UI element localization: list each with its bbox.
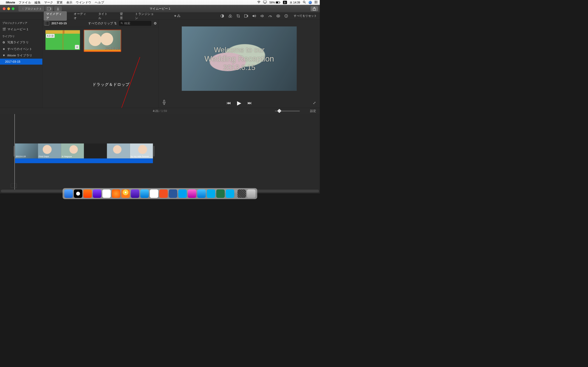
dock-app-icon[interactable] [207,190,215,198]
dock-skype-icon[interactable] [226,190,234,198]
empty-clip-slot[interactable] [11,184,17,188]
dock-app-icon[interactable] [83,190,92,198]
window-zoom-button[interactable] [12,7,15,10]
preview-canvas[interactable]: Welcome to our Wedding Reception 2013.6.… [159,19,320,98]
battery-status[interactable]: 58% [269,1,280,4]
dock-powerpoint-icon[interactable] [159,190,168,198]
sidebar-item-all-events[interactable]: ★ すべてのイベント [0,46,42,52]
svg-rect-34 [164,100,165,102]
tab-audio[interactable]: オーディオ [71,11,91,21]
tab-my-media[interactable]: マイメディア [44,11,67,21]
clip-edge-handle-right[interactable] [153,146,154,156]
timeline-zoom-slider[interactable] [275,110,300,111]
window-close-button[interactable] [3,7,6,10]
reset-all-button[interactable]: すべてをリセット [294,14,317,18]
play-button[interactable]: ▶ [237,100,241,106]
svg-text:♪: ♪ [48,8,49,10]
dock-calendar-icon[interactable] [102,190,111,198]
dock-appstore-icon[interactable] [197,190,206,198]
video-clip-thumbnail[interactable]: 2012.8.21 [84,30,121,52]
clip-edge-handle-left[interactable] [14,146,15,156]
dock-itunes-icon[interactable] [188,190,196,198]
dock-imovie-icon[interactable] [131,190,139,198]
clip-filter-dropdown[interactable]: すべてのクリップ ⇅ [88,21,117,25]
audio-track[interactable] [15,158,153,163]
timeline-settings-button[interactable]: 設定 [310,109,316,113]
svg-point-12 [315,3,315,3]
speed-icon[interactable] [268,14,272,18]
media-import-button[interactable]: ♪ [45,6,53,11]
prev-button[interactable]: ⏮ [227,100,231,105]
stabilization-icon[interactable] [244,14,248,18]
import-download-button[interactable] [54,6,62,11]
timeline-clip[interactable]: by my side forever [130,143,153,158]
timeline-clip[interactable]: First Days [38,143,61,158]
dock-app-icon[interactable] [93,190,101,198]
voiceover-mic-button[interactable] [162,100,166,106]
menu-mark[interactable]: マーク [44,0,53,4]
video-track[interactable]: 2013.6.15 First Days in Nagoya by my sid… [15,143,153,158]
browser-canvas[interactable]: 4.3 分 + 2012.8.21 ドラッグ＆ドロップ [43,27,158,108]
timeline-clip[interactable]: 2013.6.15 [15,143,38,158]
search-icon [121,22,123,25]
share-button[interactable] [311,6,318,11]
dock-downloads-icon[interactable] [237,190,246,198]
tab-backgrounds[interactable]: 背景 [117,11,128,21]
dock-safari-icon[interactable] [140,190,149,198]
dock-chrome-icon[interactable] [150,190,158,198]
menu-help[interactable]: ヘルプ [95,0,104,4]
sidebar-item-photo-library[interactable]: ✿ 写真ライブラリ [0,39,42,46]
dock-vlc-icon[interactable] [121,190,130,198]
back-to-projects-button[interactable]: 〈 プロジェクト [18,6,44,11]
color-balance-icon[interactable] [220,14,224,18]
dock-app-icon[interactable] [112,190,120,198]
info-icon[interactable] [284,14,288,18]
notification-center-icon[interactable] [315,1,318,4]
siri-icon[interactable] [309,1,312,4]
search-field[interactable]: 検索 [119,21,151,26]
project-clip-thumbnail[interactable]: 4.3 分 + [45,30,80,50]
tab-titles[interactable]: タイトル [96,11,113,21]
enhance-wand-button[interactable]: ✦⁂ [174,14,181,18]
app-menu[interactable]: iMovie [6,1,15,4]
clip-filter-icon[interactable] [276,14,280,18]
dock-finder-icon[interactable] [64,190,73,198]
sidebar-item-project[interactable]: 🎬 マイムービー 1 [0,26,42,33]
menu-modify[interactable]: 変更 [57,0,63,4]
fullscreen-button[interactable]: ⤢ [313,101,316,105]
dock-app-icon[interactable] [178,190,187,198]
menu-window[interactable]: ウインドウ [76,0,91,4]
dock-word-icon[interactable] [169,190,177,198]
next-button[interactable]: ⏭ [248,100,252,105]
sidebar-item-label: マイムービー 1 [7,27,28,31]
toggle-sidebar-button[interactable] [44,21,49,25]
clock[interactable]: 水 14:39 [290,0,300,4]
sidebar-item-imovie-library[interactable]: ▼ iMovie ライブラリ [0,52,42,58]
volume-icon[interactable] [252,14,256,18]
add-clip-button[interactable]: + [75,45,79,49]
noise-equalizer-icon[interactable] [260,14,264,18]
tab-transitions[interactable]: トランジション [132,11,159,21]
wifi-icon[interactable] [257,1,260,4]
window-minimize-button[interactable] [7,7,10,10]
browser-settings-button[interactable]: ⚙ [154,21,157,25]
dock-excel-icon[interactable] [216,190,225,198]
annotation-text: ドラッグ＆ドロップ [92,82,129,87]
svg-point-31 [121,22,122,23]
timeline[interactable]: 2013.6.15 First Days in Nagoya by my sid… [0,114,320,193]
color-correction-icon[interactable] [228,14,232,18]
timeline-clip[interactable] [84,143,107,158]
input-method-icon[interactable]: あ [283,1,287,4]
airplay-icon[interactable] [263,1,267,4]
dock-trash-icon[interactable] [247,190,255,198]
spotlight-icon[interactable] [303,0,306,4]
timeline-clip[interactable] [107,143,130,158]
dock-siri-icon[interactable] [74,190,82,198]
back-label: プロジェクト [25,7,42,10]
menu-file[interactable]: ファイル [19,0,31,4]
sidebar-item-event[interactable]: 2017-03-15 [0,59,42,65]
menu-view[interactable]: 表示 [66,0,72,4]
crop-icon[interactable] [236,14,240,18]
timeline-clip[interactable]: in Nagoya [61,143,84,158]
menu-edit[interactable]: 編集 [35,0,40,4]
